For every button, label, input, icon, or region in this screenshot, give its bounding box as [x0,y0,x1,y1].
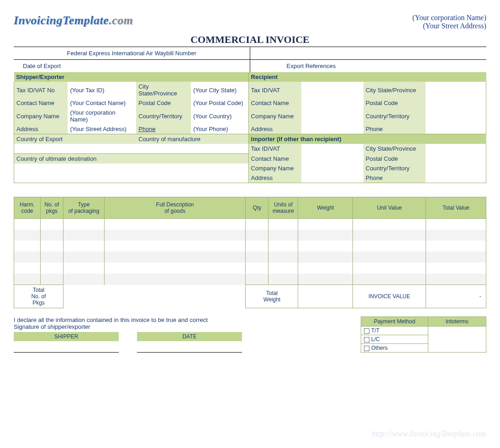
rec-address-l: Address [248,124,301,134]
logo-suffix: .com [109,14,133,27]
table-row [14,219,486,230]
foot-weight-v [298,285,353,308]
h-totalval: Total Value [426,197,486,219]
pm-others: Others [361,344,428,353]
rec-postal-l: Postal Code [363,98,426,108]
imp-country-l: Country/Territory [363,163,426,173]
shipper-sig-line [14,341,119,353]
imp-address-l: Address [248,173,301,183]
corp-address: (Your Street Address) [412,22,486,30]
ship-city-v: (Your City State) [191,82,248,98]
foot-inv-v: - [426,285,486,308]
shipper-heading: Shipper/Exporter [14,72,249,82]
header: InvoicingTemplate.com (Your corporation … [14,14,486,30]
rec-company-l: Company Name [248,108,301,124]
ship-postal-l: Postal Code [136,98,191,108]
date-sig-line [137,341,242,353]
rec-country-v [426,108,486,124]
ship-tax-l: Tax ID/VAT No [14,82,68,98]
checkbox-icon[interactable] [364,328,369,334]
ship-address-v: (Your Street Address) [68,124,136,134]
ship-phone-v: (Your Phone) [191,124,248,134]
signature-row: SHIPPER DATE [14,332,352,353]
shipper-sig: SHIPPER [14,332,119,353]
rec-contact-v [301,98,363,108]
h-weight: Weight [298,197,353,219]
country-dest-v [14,163,249,183]
ship-country-l: Country/Territory [136,108,191,124]
ship-address-l: Address [14,124,68,134]
imp-tax-l: Tax ID/VAT [248,144,301,154]
table-row [14,263,486,274]
decl-line2: Signature of shipper/exporter [14,323,352,330]
ship-contact-v: (Your Contact Name) [68,98,136,108]
pm-into-v [428,327,486,353]
h-units: Units ofmeasure [268,197,298,219]
corp-info: (Your corporation Name) (Your Street Add… [412,14,486,30]
ship-country-v: (Your Country) [191,108,248,124]
rec-contact-l: Contact Name [248,98,301,108]
date-export-label: Date of Export [14,60,250,72]
country-export-l: Country of Export [14,134,137,144]
ship-postal-v: (Your Postal Code) [191,98,248,108]
ship-company-v: (Your corporation Name) [68,108,136,124]
imp-tax-v [301,144,363,154]
rec-tax-l: Tax ID/VAT [248,82,301,98]
rec-phone-l: Phone [363,124,426,134]
rec-phone-v [426,124,486,134]
ship-contact-l: Contact Name [14,98,68,108]
h-qty: Qty [246,197,268,219]
shipper-sig-head: SHIPPER [14,332,119,341]
rec-country-l: Country/Territory [363,108,426,124]
imp-postal-v [426,154,486,164]
h-unitval: Unit Value [353,197,426,219]
waybill-row: Federal Express International Air Waybil… [14,47,486,59]
h-pkgs: No. ofpkgs [40,197,63,219]
imp-address-v [301,173,363,183]
waybill-value [250,47,487,59]
checkbox-icon[interactable] [364,337,369,343]
export-ref-label: Export References [250,60,487,72]
date-ref-row: Date of Export Export References [14,60,486,72]
declaration-row: I declare all the information contained … [14,316,486,353]
imp-phone-v [426,173,486,183]
country-dest-l: Country of ultimate destination [14,154,249,164]
ship-city-l: City State/Province [136,82,191,98]
h-harm: Harm.code [14,197,41,219]
rec-tax-v [301,82,363,98]
country-export-v [14,144,137,154]
pm-method-h: Payment Method [361,317,428,327]
rec-address-v [301,124,363,134]
checkbox-icon[interactable] [364,346,369,351]
table-row [14,274,486,285]
h-type: Typeof packaging [63,197,104,219]
imp-phone-l: Phone [363,173,426,183]
country-manuf-l: Country of manufacture [136,134,248,144]
table-row [14,230,486,241]
corp-name: (Your corporation Name) [412,14,486,22]
importer-heading: Importer (If other than recipient) [248,134,486,144]
recipient-heading: Recipient [248,72,486,82]
imp-country-v [426,163,486,173]
country-manuf-v [136,144,248,154]
logo: InvoicingTemplate.com [14,14,133,27]
ship-tax-v: (Your Tax ID) [68,82,136,98]
imp-city-l: City State/Province [363,144,426,154]
imp-company-v [301,163,363,173]
imp-company-l: Company Name [248,163,301,173]
rec-city-v [426,82,486,98]
decl-line1: I declare all the information contained … [14,316,352,323]
h-desc: Full Descriptionof goods [104,197,246,219]
pm-lc: L/C [361,335,428,344]
foot-pkgs-l: TotalNo. ofPkgs [14,285,63,308]
pm-tt: T/T [361,327,428,335]
waybill-label: Federal Express International Air Waybil… [14,47,250,59]
info-block: Shipper/Exporter Recipient Tax ID/VAT No… [14,72,486,183]
foot-weight-l: TotalWeight [246,285,298,308]
declaration-left: I declare all the information contained … [14,316,352,353]
imp-postal-l: Postal Code [363,154,426,164]
imp-contact-l: Contact Name [248,154,301,164]
imp-contact-v [301,154,363,164]
goods-foot: TotalNo. ofPkgs TotalWeight INVOICE VALU… [14,285,486,308]
foot-inv-l: INVOICE VALUE [353,285,426,308]
